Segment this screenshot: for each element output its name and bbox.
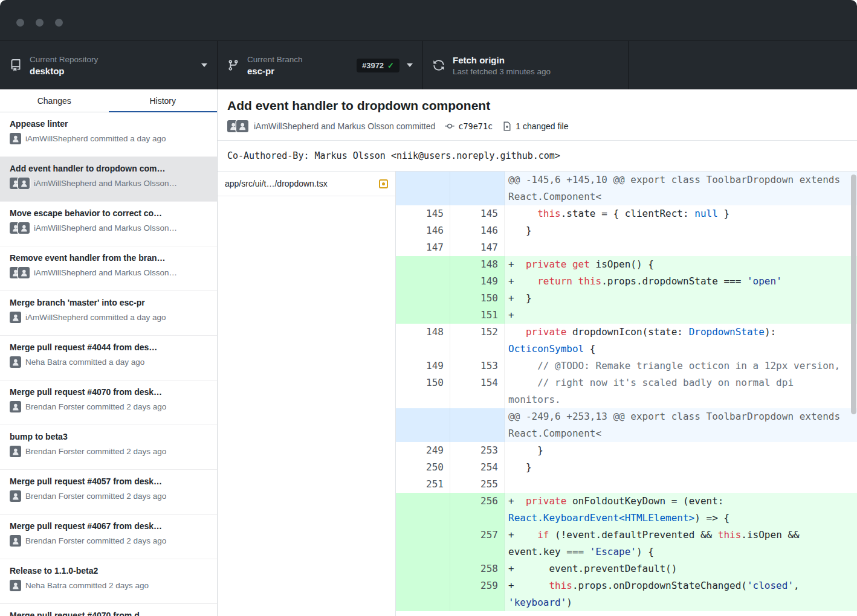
- diff-code-line: + private onFoldoutKeyDown = (event: Rea…: [505, 493, 857, 527]
- commit-byline: Brendan Forster committed 2 days ago: [10, 490, 207, 502]
- diff-line-row: 259+ this.props.onDropdownStateChanged('…: [396, 577, 857, 611]
- chevron-down-icon: [407, 63, 413, 67]
- avatar: [18, 222, 30, 234]
- diff-hunk-row: @@ -249,6 +253,13 @@ export class Toolba…: [396, 408, 857, 442]
- commit-list-item[interactable]: Remove event handler from the bran…iAmWi…: [0, 246, 217, 291]
- commit-list-item[interactable]: Merge pull request #4044 from des…Neha B…: [0, 336, 217, 380]
- diff-new-line-number: 151: [450, 307, 505, 324]
- minimize-button[interactable]: [36, 19, 44, 27]
- commit-list-item[interactable]: Merge pull request #4057 from desk…Brend…: [0, 470, 217, 515]
- diff-old-line-number: 250: [396, 459, 450, 476]
- diff-code-line: @@ -145,6 +145,10 @@ export class Toolba…: [505, 172, 857, 205]
- diff-old-line-number: [396, 273, 450, 290]
- diff-new-line-number: 146: [450, 222, 505, 239]
- diff-new-line-number: 153: [450, 358, 505, 374]
- diff-line-row: 251255: [396, 476, 857, 493]
- diff-line-row: 147147: [396, 239, 857, 256]
- diff-new-line-number: 254: [450, 459, 505, 476]
- commit-list-item[interactable]: Release to 1.1.0-beta2Neha Batra committ…: [0, 559, 217, 604]
- commit-list-item[interactable]: Merge pull request #4070 from d…: [0, 604, 217, 616]
- avatar: [10, 535, 21, 547]
- diff-old-line-number: [396, 560, 450, 577]
- close-button[interactable]: [16, 19, 24, 27]
- diff-code-line: + if (!event.defaultPrevented && this.is…: [505, 527, 857, 560]
- diff-line-row: 250254 }: [396, 459, 857, 476]
- diff-line-row: 150154 // right now it's scaled badly on…: [396, 374, 857, 408]
- commit-list-item[interactable]: Merge branch 'master' into esc-priAmWill…: [0, 291, 217, 336]
- diff-code-line: + private get isOpen() {: [505, 256, 857, 273]
- diff-code-line: }: [505, 459, 857, 476]
- diff-code-line: + return this.props.dropdownState === 'o…: [505, 273, 857, 290]
- commit-byline: iAmWillShepherd committed a day ago: [10, 312, 207, 323]
- diff-new-line-number: 256: [450, 493, 505, 527]
- diff-code-line: // right now it's scaled badly on normal…: [505, 374, 857, 408]
- commit-title: Appease linter: [10, 119, 207, 129]
- diff-code-line: // @TODO: Remake triangle octicon in a 1…: [505, 358, 857, 374]
- diff-old-line-number: 149: [396, 358, 450, 374]
- diff-new-line-number: 145: [450, 205, 505, 222]
- diff-new-line-number: 148: [450, 256, 505, 273]
- diff-line-row: 149153 // @TODO: Remake triangle octicon…: [396, 358, 857, 374]
- tab-changes[interactable]: Changes: [0, 89, 109, 112]
- diff-new-line-number: 257: [450, 527, 505, 560]
- diff-line-row: 148152 private dropdownIcon(state: Dropd…: [396, 324, 857, 358]
- commit-title: Move escape behavior to correct co…: [10, 208, 207, 218]
- file-diff-icon: [502, 121, 512, 131]
- commit-avatars: [10, 222, 30, 234]
- avatar: [10, 580, 21, 591]
- file-list-item[interactable]: app/src/ui/t…/dropdown.tsx: [218, 172, 395, 196]
- commit-byline: Neha Batra committed a day ago: [10, 356, 207, 368]
- commit-meta-text: Neha Batra committed 2 days ago: [25, 581, 149, 590]
- diff-line-row: 150+ }: [396, 290, 857, 307]
- commit-byline: Brendan Forster committed 2 days ago: [10, 401, 207, 412]
- diff-scrollbar-thumb[interactable]: [851, 175, 856, 414]
- branch-name: esc-pr: [247, 66, 303, 76]
- commit-list-item[interactable]: Move escape behavior to correct co…iAmWi…: [0, 202, 217, 246]
- diff-new-line-number: [450, 408, 505, 442]
- commit-header: Add event handler to dropdown component …: [218, 89, 857, 141]
- avatar: [10, 401, 21, 412]
- commit-title: Merge pull request #4044 from des…: [10, 342, 207, 352]
- diff-new-line-number: [450, 172, 505, 205]
- commit-list-item[interactable]: Appease linteriAmWillShepherd committed …: [0, 112, 217, 157]
- diff-code-line: +: [505, 307, 857, 324]
- zoom-button[interactable]: [55, 19, 63, 27]
- commit-list-item[interactable]: Merge pull request #4067 from desk…Brend…: [0, 515, 217, 559]
- sync-icon: [433, 59, 445, 71]
- branch-picker-button[interactable]: Current Branch esc-pr #3972 ✓: [218, 41, 423, 89]
- commit-title: Merge pull request #4057 from desk…: [10, 476, 207, 486]
- diff-old-line-number: [396, 256, 450, 273]
- commit-list-item[interactable]: bump to beta3Brendan Forster committed 2…: [0, 425, 217, 470]
- commit-avatars: [10, 490, 21, 502]
- diff-old-line-number: [396, 493, 450, 527]
- commit-meta-text: Brendan Forster committed 2 days ago: [25, 492, 166, 501]
- branch-picker-label: Current Branch: [247, 55, 303, 64]
- repository-picker-button[interactable]: Current Repository desktop: [0, 41, 218, 89]
- commit-avatars: [10, 133, 21, 144]
- diff-old-line-number: [396, 290, 450, 307]
- commit-detail-pane: Add event handler to dropdown component …: [218, 89, 857, 616]
- diff-code-line: private dropdownIcon(state: DropdownStat…: [505, 324, 857, 358]
- commit-list-item[interactable]: Merge pull request #4070 from desk…Brend…: [0, 380, 217, 425]
- commit-list-item[interactable]: Add event handler to dropdown com…iAmWil…: [0, 157, 217, 202]
- check-icon: ✓: [387, 61, 394, 70]
- commit-title: Merge pull request #4067 from desk…: [10, 521, 207, 531]
- avatar: [10, 312, 21, 323]
- commit-avatars: [10, 178, 30, 189]
- commit-avatars: [10, 535, 21, 547]
- diff-line-row: 148+ private get isOpen() {: [396, 256, 857, 273]
- commit-byline: Neha Batra committed 2 days ago: [10, 580, 207, 591]
- tab-history[interactable]: History: [109, 89, 218, 112]
- diff-line-row: 146146 }: [396, 222, 857, 239]
- diff-code-line: [505, 476, 857, 493]
- commit-avatars: [10, 312, 21, 323]
- commit-sha[interactable]: c79e71c: [458, 121, 493, 131]
- diff-old-line-number: [396, 527, 450, 560]
- changed-files-count: 1 changed file: [516, 121, 568, 131]
- sidebar-tabs: Changes History: [0, 89, 217, 112]
- commit-byline: iAmWillShepherd committed a day ago: [10, 133, 207, 144]
- diff-old-line-number: 145: [396, 205, 450, 222]
- diff-old-line-number: 146: [396, 222, 450, 239]
- fetch-origin-button[interactable]: Fetch origin Last fetched 3 minutes ago: [423, 41, 629, 89]
- diff-new-line-number: 258: [450, 560, 505, 577]
